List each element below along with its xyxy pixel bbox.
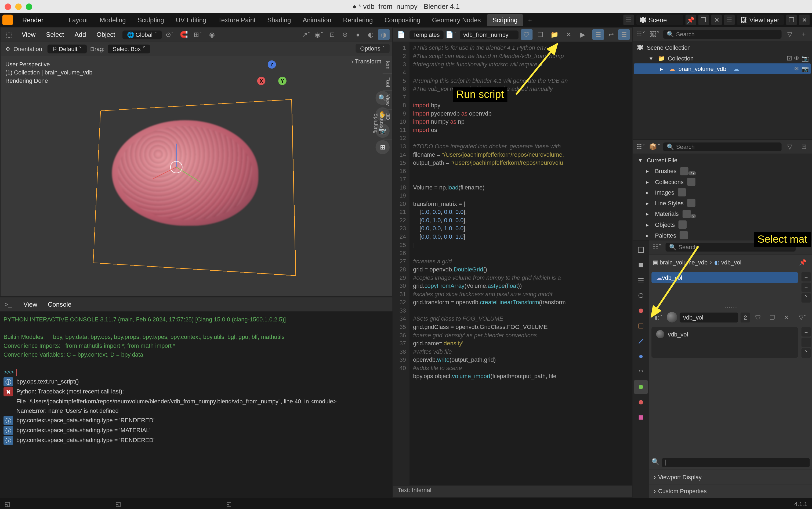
data-filter-2[interactable]: ⊞ bbox=[798, 141, 810, 152]
prop-tab-viewlayer[interactable] bbox=[634, 273, 648, 287]
perspective-toggle-icon[interactable]: ⊞ bbox=[376, 140, 390, 154]
material-options[interactable]: ▽˅ bbox=[797, 312, 809, 323]
outliner-scene-collection[interactable]: 🞹Scene Collection bbox=[634, 42, 811, 53]
material-search-field[interactable] bbox=[662, 458, 810, 467]
text-editor[interactable]: 📄 Templates 📄˅ vdb_from_numpy 🛡 ❐ 📁 ✕ ▶ … bbox=[393, 27, 633, 498]
workspace-tab-compositing[interactable]: Compositing bbox=[379, 14, 426, 26]
proportional-toggle[interactable]: ◉ bbox=[206, 29, 218, 40]
workspace-tab-modeling[interactable]: Modeling bbox=[94, 14, 132, 26]
prop-tab-data[interactable] bbox=[634, 380, 648, 394]
scene-browse-button[interactable]: ☰ bbox=[623, 15, 634, 25]
prop-tab-render[interactable] bbox=[634, 243, 648, 257]
outliner-collection[interactable]: ▾📁Collection ☑👁📷 bbox=[634, 53, 811, 63]
maximize-window-button[interactable] bbox=[26, 3, 32, 10]
xray-toggle[interactable]: ⊡ bbox=[326, 29, 338, 40]
properties-options[interactable]: ˅ bbox=[798, 242, 810, 252]
outliner[interactable]: ☷˅ 🖼˅ 🔍Search ▽ + 🞹Scene Collection ▾📁Co… bbox=[633, 27, 812, 139]
snap-toggle[interactable]: 🧲 bbox=[178, 29, 190, 40]
close-window-button[interactable] bbox=[5, 3, 11, 10]
text-name-field[interactable]: vdb_from_numpy bbox=[460, 30, 518, 39]
prop-tab-world[interactable] bbox=[634, 304, 648, 318]
pin-icon[interactable]: 📌 bbox=[797, 257, 809, 267]
npanel-tab-tool[interactable]: Tool bbox=[383, 74, 392, 91]
outliner-new-collection[interactable]: + bbox=[798, 29, 810, 39]
editor-type-dropdown[interactable]: ⬚ bbox=[3, 29, 15, 40]
menu-render[interactable]: Render bbox=[17, 15, 50, 25]
camera-icon[interactable]: 📷 bbox=[802, 55, 809, 61]
properties-search[interactable]: 🔍Search bbox=[666, 243, 796, 251]
material-slot-item[interactable]: vdb_vol bbox=[653, 329, 797, 340]
current-file-row[interactable]: ▾Current File bbox=[634, 155, 811, 165]
blender-logo-icon[interactable] bbox=[2, 15, 13, 25]
snap-dropdown[interactable]: ⊞˅ bbox=[192, 29, 204, 40]
text-browse-button[interactable]: 📄˅ bbox=[445, 29, 457, 40]
minimize-window-button[interactable] bbox=[15, 3, 22, 10]
workspace-tab-texture-paint[interactable]: Texture Paint bbox=[212, 14, 262, 26]
data-outliner[interactable]: ☷˅ 📦˅ 🔍Search ▽ ⊞ ▾Current File ▸Brushes… bbox=[633, 139, 812, 240]
workspace-tab-layout[interactable]: Layout bbox=[63, 14, 94, 26]
new-text-button[interactable]: ❐ bbox=[534, 29, 547, 40]
slot-menu-button[interactable]: ˅ bbox=[802, 293, 811, 303]
shading-solid[interactable]: ● bbox=[352, 29, 364, 40]
slot-add-button[interactable]: + bbox=[802, 327, 811, 336]
corner-widget-2[interactable]: ◱ bbox=[115, 500, 121, 507]
unlink-text-button[interactable]: ✕ bbox=[563, 29, 575, 40]
scene-name-field[interactable]: 🞹 Scene bbox=[636, 15, 683, 25]
overlay-dropdown[interactable]: ◉˅ bbox=[313, 29, 325, 40]
viewport-menu-select[interactable]: Select bbox=[41, 29, 69, 40]
drag-dropdown[interactable]: Select Box ˅ bbox=[108, 44, 150, 53]
console-menu-view[interactable]: View bbox=[19, 299, 42, 310]
prop-tab-constraints[interactable] bbox=[634, 365, 648, 379]
prop-tab-material[interactable] bbox=[634, 395, 648, 409]
workspace-tab-scripting[interactable]: Scripting bbox=[486, 14, 523, 26]
templates-menu[interactable]: Templates bbox=[409, 30, 443, 39]
viewlayer-delete-button[interactable]: ✕ bbox=[799, 15, 810, 25]
viewlayer-browse-button[interactable]: ☰ bbox=[724, 15, 735, 25]
viewport-menu-view[interactable]: View bbox=[17, 29, 40, 40]
asset-category-palettes[interactable]: ▸Palettes bbox=[634, 230, 811, 240]
scene-new-button[interactable]: ❐ bbox=[698, 15, 709, 25]
npanel-tab-view[interactable]: View bbox=[383, 91, 392, 110]
asset-category-collections[interactable]: ▸Collections bbox=[634, 176, 811, 187]
corner-widget-3[interactable]: ◱ bbox=[226, 500, 231, 507]
line-numbers-toggle[interactable]: ☰ bbox=[592, 29, 604, 40]
add-slot-button[interactable]: + bbox=[802, 272, 811, 281]
data-outliner-type[interactable]: ☷˅ bbox=[635, 141, 647, 152]
asset-category-brushes[interactable]: ▸Brushes77 bbox=[634, 165, 811, 176]
rendered-brain-volume[interactable] bbox=[88, 103, 288, 267]
outliner-search[interactable]: 🔍Search bbox=[663, 30, 782, 38]
prop-tab-physics[interactable] bbox=[634, 349, 648, 363]
outliner-object-selected[interactable]: ▸☁brain_volume_vdb☁ 👁📷 bbox=[634, 63, 811, 74]
checkbox-icon[interactable]: ☑ bbox=[787, 55, 792, 61]
data-filter-button[interactable]: ▽ bbox=[784, 141, 796, 152]
eye-icon[interactable]: 👁 bbox=[794, 65, 800, 72]
text-editor-type[interactable]: 📄 bbox=[396, 29, 407, 40]
prop-tab-texture[interactable] bbox=[634, 410, 648, 425]
workspace-tab-uv-editing[interactable]: UV Editing bbox=[170, 14, 212, 26]
workspace-tab-geometry-nodes[interactable]: Geometry Nodes bbox=[426, 14, 486, 26]
3d-viewport[interactable]: ⬚ ViewSelectAddObject 🌐 Global ˅ ⊙˅ 🧲 ⊞˅… bbox=[0, 27, 393, 297]
orientation-dropdown[interactable]: 🌐 Global ˅ bbox=[122, 30, 162, 39]
scene-delete-button[interactable]: ✕ bbox=[711, 15, 722, 25]
transform-panel-header[interactable]: › Transform bbox=[352, 58, 381, 65]
data-search[interactable]: 🔍Search bbox=[663, 142, 782, 151]
material-name-field[interactable]: vdb_vol bbox=[679, 312, 738, 322]
volume-name-field[interactable]: ☁ vdb_vol bbox=[652, 272, 798, 283]
outliner-display-mode[interactable]: 🖼˅ bbox=[649, 29, 661, 39]
data-display-mode[interactable]: 📦˅ bbox=[649, 141, 661, 152]
prop-tab-output[interactable] bbox=[634, 258, 648, 272]
shading-rendered[interactable]: ◑ bbox=[378, 29, 390, 40]
word-wrap-toggle[interactable]: ↩ bbox=[605, 29, 617, 40]
unlink-material-button[interactable]: ✕ bbox=[780, 312, 792, 323]
viewport-display-panel[interactable]: ›Viewport Display bbox=[649, 470, 812, 484]
viewport-menu-add[interactable]: Add bbox=[70, 29, 91, 40]
open-text-button[interactable]: 📁 bbox=[549, 29, 560, 40]
orientation-tool-dropdown[interactable]: ⚐ Default ˅ bbox=[47, 44, 87, 53]
syntax-highlight-toggle[interactable]: ☰ bbox=[618, 29, 630, 40]
workspace-tab-shading[interactable]: Shading bbox=[262, 14, 297, 26]
prop-tab-object[interactable] bbox=[634, 319, 648, 333]
outliner-filter-button[interactable]: ▽ bbox=[784, 29, 796, 39]
viewlayer-name-field[interactable]: 🖼 ViewLayer bbox=[737, 15, 784, 25]
navigation-gizmo[interactable]: Z X Y bbox=[257, 61, 287, 90]
console-editor-type[interactable]: >_ bbox=[2, 299, 14, 310]
